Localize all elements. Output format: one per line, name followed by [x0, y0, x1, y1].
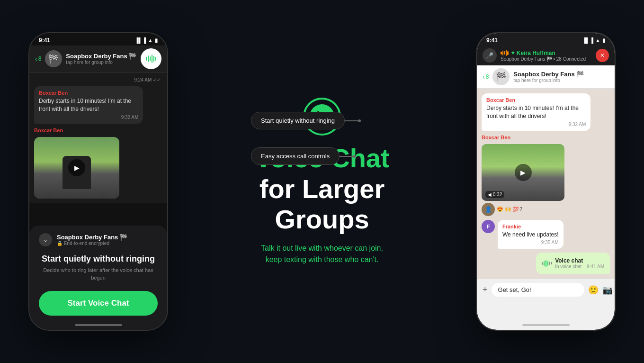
- right-phone-screen: 9:41 ▐▌▐ ▲ ▮ 🎤: [477, 33, 615, 330]
- camera-icon[interactable]: 📷: [602, 285, 613, 295]
- voice-bubble-text-block: Voice chat In voice chat: [555, 257, 583, 269]
- callout-top-dot: [358, 119, 361, 122]
- message-boxcar-1: Boxcar Ben Derby starts in 10 minutes! I…: [34, 86, 143, 124]
- callout-top-container: Start quietly without ringing: [242, 112, 402, 129]
- voice-sublabel: In voice chat: [555, 264, 583, 269]
- sheet-main-title: Start quietly without ringing: [39, 254, 158, 264]
- message-timestamp-top: 9:24 AM ✓✓: [34, 77, 162, 82]
- voice-waveform-icon: [542, 260, 553, 267]
- message-time: 9:32 AM: [39, 115, 138, 120]
- frankie-message-row: F Frankie We need live updates! 9:35 AM: [482, 220, 610, 249]
- sub-tagline: Talk it out live with whoever can join,k…: [261, 243, 383, 265]
- right-back-button[interactable]: ‹ 8: [483, 73, 489, 81]
- wifi-icon: ▲: [148, 37, 153, 43]
- voice-label: Voice chat: [555, 257, 583, 264]
- sticker-icon[interactable]: 🙂: [588, 285, 599, 295]
- left-time: 9:41: [39, 37, 50, 44]
- back-button[interactable]: ‹ 8: [35, 55, 41, 63]
- sheet-handle-row: ⌄ Soapbox Derby Fans 🏁 🔒 End-to-end encr…: [39, 233, 158, 246]
- center-content: Start quietly without ringing Easy acces…: [168, 98, 476, 265]
- waveform-icon: [146, 54, 157, 63]
- left-phone-screen: 9:41 ▐▌▐ ▲ ▮ ‹ 8 🏁 Soapbox Derby Fans 🏁 …: [29, 33, 167, 330]
- message-input[interactable]: [492, 283, 584, 297]
- home-indicator: [75, 324, 122, 326]
- group-info: Soapbox Derby Fans 🏁 tap here for group …: [66, 53, 137, 65]
- signal-icon: ▐▌▐: [135, 37, 146, 43]
- battery-icon: ▮: [155, 37, 158, 44]
- play-button[interactable]: ▶: [68, 159, 85, 176]
- right-time: 9:41: [486, 37, 498, 44]
- sheet-subtitle: Decide who to ring later after the voice…: [39, 267, 158, 281]
- frankie-time: 9:35 AM: [502, 240, 559, 245]
- media-duration: ◀ 0:32: [485, 191, 504, 198]
- callout-bottom-container: Easy access call controls: [242, 147, 402, 165]
- right-input-bar: + 🙂 📷 🎤: [477, 279, 615, 300]
- mic-button[interactable]: 🎤: [483, 48, 497, 63]
- right-sender-boxcar: Boxcar Ben: [486, 97, 586, 103]
- right-group-info: Soapbox Derby Fans 🏁 tap here for group …: [513, 71, 609, 83]
- right-home-indicator: [522, 324, 570, 326]
- right-signal-icon: ▐▌▐: [582, 37, 593, 43]
- right-chat-area: Boxcar Ben Derby starts in 10 minutes! I…: [477, 89, 615, 279]
- reaction-avatar: 👤: [482, 203, 495, 216]
- caller-name: ✦ Keira Huffman: [501, 50, 592, 56]
- right-status-bar: 9:41 ▐▌▐ ▲ ▮: [477, 33, 615, 45]
- right-chat-header[interactable]: ‹ 8 🏁 Soapbox Derby Fans 🏁 tap here for …: [477, 65, 615, 89]
- group-avatar: 🏁: [45, 50, 62, 67]
- reaction-emojis: 😍🙌💯 7: [497, 203, 522, 216]
- right-play-button[interactable]: ▶: [515, 164, 532, 181]
- right-sender-name: Boxcar Ben: [482, 135, 610, 140]
- message-text: Derby starts in 10 minutes! I'm at the f…: [39, 97, 138, 113]
- end-call-button[interactable]: ✕: [596, 49, 609, 62]
- left-chat-header[interactable]: ‹ 8 🏁 Soapbox Derby Fans 🏁 tap here for …: [29, 45, 167, 73]
- right-media-thumb[interactable]: ▶ ◀ 0:32: [482, 144, 564, 201]
- right-status-icons: ▐▌▐ ▲ ▮: [582, 37, 605, 44]
- right-message-1: Boxcar Ben Derby starts in 10 minutes! I…: [482, 93, 590, 131]
- voice-time: 9:41 AM: [587, 264, 604, 269]
- call-info: ✦ Keira Huffman Soapbox Derby Fans 🏁 • 2…: [501, 50, 592, 62]
- start-voice-chat-button[interactable]: Start Voice Chat: [39, 291, 158, 316]
- call-waveform: [501, 50, 509, 56]
- right-msg-time: 9:32 AM: [486, 122, 586, 127]
- left-phone: 9:41 ▐▌▐ ▲ ▮ ‹ 8 🏁 Soapbox Derby Fans 🏁 …: [28, 32, 168, 331]
- media-thumbnail[interactable]: ▶: [34, 137, 119, 199]
- frankie-avatar: F: [482, 220, 495, 233]
- voice-call-button[interactable]: [141, 48, 161, 69]
- callout-top: Start quietly without ringing: [251, 112, 345, 129]
- reactions-row: 👤 😍🙌💯 7: [482, 203, 610, 216]
- left-status-icons: ▐▌▐ ▲ ▮: [135, 37, 158, 44]
- right-msg-text: Derby starts in 10 minutes! I'm at the f…: [486, 104, 586, 120]
- frankie-bubble: Frankie We need live updates! 9:35 AM: [498, 220, 564, 249]
- message-sender: Boxcar Ben: [39, 90, 138, 96]
- right-phone: 9:41 ▐▌▐ ▲ ▮ 🎤: [476, 32, 616, 331]
- sheet-title-block: Soapbox Derby Fans 🏁 🔒 End-to-end encryp…: [57, 234, 127, 246]
- frankie-sender: Frankie: [502, 224, 559, 229]
- plus-icon[interactable]: +: [483, 285, 488, 295]
- bottom-sheet: ⌄ Soapbox Derby Fans 🏁 🔒 End-to-end encr…: [29, 226, 167, 330]
- right-battery-icon: ▮: [602, 37, 605, 44]
- frankie-text: We need live updates!: [502, 231, 559, 239]
- callout-bottom: Easy access call controls: [251, 147, 340, 165]
- call-bar: 🎤 ✦ Keira Huffman Soapbox Derby Fans 🏁 •…: [477, 45, 615, 65]
- callout-bottom-dot: [353, 155, 356, 158]
- sheet-chevron-icon[interactable]: ⌄: [39, 233, 52, 246]
- left-chat-area: 9:24 AM ✓✓ Boxcar Ben Derby starts in 10…: [29, 73, 167, 203]
- voice-chat-bubble: Voice chat In voice chat 9:41 AM: [536, 253, 610, 274]
- message-sender-label: Boxcar Ben: [34, 127, 162, 133]
- right-group-avatar: 🏁: [492, 68, 510, 85]
- left-status-bar: 9:41 ▐▌▐ ▲ ▮: [29, 33, 167, 45]
- main-scene: 9:41 ▐▌▐ ▲ ▮ ‹ 8 🏁 Soapbox Derby Fans 🏁 …: [0, 0, 644, 363]
- voice-bubble-inner: Voice chat In voice chat: [542, 257, 583, 269]
- right-wifi-icon: ▲: [595, 37, 600, 43]
